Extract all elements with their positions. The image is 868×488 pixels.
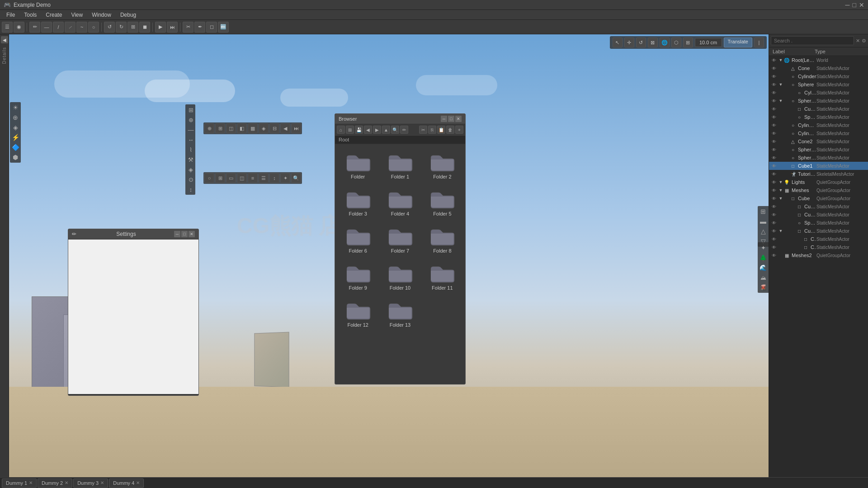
menu-view[interactable]: View <box>66 11 87 19</box>
toolbar-btn-eraser[interactable]: ◻ <box>206 22 217 33</box>
menu-create[interactable]: Create <box>41 11 66 19</box>
eye-icon-cylinder5[interactable]: 👁 <box>771 130 777 136</box>
close-icon[interactable]: ✕ <box>859 1 864 9</box>
eye-icon-cube1[interactable]: 👁 <box>771 163 777 169</box>
folder-item-folder-9[interactable]: Folder 9 <box>339 259 377 292</box>
browser-cut-btn[interactable]: ✂ <box>419 126 427 134</box>
htoolbar-btn-9[interactable]: ⏭ <box>291 123 301 133</box>
outliner-item-cube[interactable]: 👁 ▼ □ Cube QuietGroupActor <box>769 194 868 202</box>
folder-item-folder-5[interactable]: Folder 5 <box>423 185 462 218</box>
outliner-item-sphere6[interactable]: 👁 ○ Sphere6 StaticMeshActor <box>769 113 868 121</box>
toolbar-btn-snap[interactable]: ◼ <box>139 22 150 33</box>
vp-extra-btn[interactable]: | <box>754 38 764 47</box>
settings-minimize[interactable]: ─ <box>174 231 180 237</box>
htoolbar-btn-8[interactable]: ◀ <box>280 123 290 133</box>
toolbar-btn-grid[interactable]: ⊞ <box>127 22 138 33</box>
bottom-tab-2[interactable]: Dummy 2 ✕ <box>38 479 72 488</box>
browser-home-btn[interactable]: ⌂ <box>337 126 345 134</box>
htoolbar2-btn-9[interactable]: 🔍 <box>291 173 301 183</box>
outliner-item-cube59[interactable]: 👁 □ Cube59 StaticMeshActor <box>769 243 868 251</box>
scene-toolbar-btn-6[interactable]: ⬢ <box>11 153 20 162</box>
vp-grid-btn[interactable]: ⊞ <box>683 38 693 47</box>
htoolbar-btn-7[interactable]: ⊟ <box>269 123 279 133</box>
menu-debug[interactable]: Debug <box>116 11 141 19</box>
outliner-item-cube56[interactable]: 👁 □ Cube56 StaticMeshActor <box>769 211 868 219</box>
eye-icon-cube55[interactable]: 👁 <box>771 228 777 234</box>
outliner-item-sphere3[interactable]: 👁 ○ Sphere3 StaticMeshActor <box>769 145 868 154</box>
htoolbar2-btn-7[interactable]: ↕ <box>269 173 279 183</box>
eye-icon-cube[interactable]: 👁 <box>771 195 777 202</box>
eye-icon-meshes[interactable]: 👁 <box>771 187 777 193</box>
rt-btn-2[interactable]: ▬ <box>759 217 768 226</box>
outliner-item-cube62[interactable]: 👁 □ Cube62 StaticMeshActor <box>769 202 868 211</box>
toolbar-btn-redo[interactable]: ↻ <box>116 22 127 33</box>
toolbar-btn-circle[interactable]: ○ <box>88 22 99 33</box>
outliner-item-cylinder5[interactable]: 👁 ○ Cylinder5 StaticMeshActor <box>769 129 868 137</box>
browser-close[interactable]: ✕ <box>455 116 462 122</box>
folder-item-folder[interactable]: Folder <box>339 148 377 181</box>
vp-move-btn[interactable]: ✛ <box>624 38 634 47</box>
toolbar-btn-line[interactable]: — <box>41 22 52 33</box>
eye-icon-meshes2[interactable]: 👁 <box>771 252 777 258</box>
toolbar-btn-paint[interactable]: ✒ <box>194 22 205 33</box>
browser-paste-btn[interactable]: 📋 <box>437 126 445 134</box>
eye-icon-sphere2[interactable]: 👁 <box>771 98 777 104</box>
vp-perspective-btn[interactable]: ⬡ <box>671 38 681 47</box>
browser-search-btn[interactable]: 🔍 <box>391 126 399 134</box>
folder-item-folder-8[interactable]: Folder 8 <box>423 222 462 255</box>
bottom-tab-3[interactable]: Dummy 3 ✕ <box>73 479 108 488</box>
toolbar-btn-play[interactable]: ▶ <box>155 22 166 33</box>
folder-item-folder-7[interactable]: Folder 7 <box>381 222 419 255</box>
outliner-item-sphere[interactable]: 👁 ▼ ○ Sphere StaticMeshActor <box>769 80 868 89</box>
htoolbar-btn-4[interactable]: ◧ <box>237 123 247 133</box>
eye-icon-cube57[interactable]: 👁 <box>771 106 777 112</box>
tab-3-close[interactable]: ✕ <box>100 480 104 485</box>
toolbar-btn-undo[interactable]: ↺ <box>104 22 115 33</box>
htoolbar-btn-3[interactable]: ◫ <box>226 123 236 133</box>
htoolbar2-btn-5[interactable]: ≡ <box>248 173 258 183</box>
menu-file[interactable]: File <box>2 11 19 19</box>
mid-btn-1[interactable]: ⊞ <box>186 105 195 114</box>
browser-forward-btn[interactable]: ▶ <box>373 126 381 134</box>
toolbar-btn-open[interactable]: ◉ <box>14 22 24 33</box>
folder-item-folder-6[interactable]: Folder 6 <box>339 222 377 255</box>
eye-icon-sphere3[interactable]: 👁 <box>771 146 777 153</box>
browser-save-btn[interactable]: 💾 <box>355 126 363 134</box>
browser-grid-btn[interactable]: ⊞ <box>346 126 354 134</box>
mid-btn-7[interactable]: ◈ <box>186 165 195 174</box>
outliner-item-cube57[interactable]: 👁 □ Cube57 StaticMeshActor <box>769 105 868 113</box>
outliner-item-sphere4[interactable]: 👁 ○ Sphere4 StaticMeshActor <box>769 154 868 162</box>
eye-icon-cone2[interactable]: 👁 <box>771 138 777 145</box>
eye-icon-cylinder[interactable]: 👁 <box>771 73 777 80</box>
eye-icon-cylinder3[interactable]: 👁 <box>771 122 777 128</box>
mid-btn-2[interactable]: ⊕ <box>186 115 195 124</box>
search-input[interactable] <box>771 36 854 45</box>
browser-restore[interactable]: □ <box>448 116 454 122</box>
search-clear-icon[interactable]: ✕ <box>856 38 860 44</box>
tab-1-close[interactable]: ✕ <box>29 480 33 485</box>
eye-icon-lights[interactable]: 👁 <box>771 179 777 185</box>
outliner-item-sphere5[interactable]: 👁 ○ Sphere5 StaticMeshActor <box>769 219 868 227</box>
browser-add-btn[interactable]: + <box>455 126 463 134</box>
outliner-item-cylinder[interactable]: 👁 ○ Cylinder StaticMeshActor <box>769 72 868 80</box>
outliner-item-tutorialtpp[interactable]: 👁 🤺 TutorialTPP SkeletalMeshActor <box>769 170 868 178</box>
htoolbar-btn-5[interactable]: ▦ <box>248 123 258 133</box>
outliner-item-cylinder3[interactable]: 👁 ○ Cylinder3 StaticMeshActor <box>769 121 868 129</box>
htoolbar-btn-1[interactable]: ⊕ <box>204 123 214 133</box>
eye-icon-tutorialtpp[interactable]: 👁 <box>771 171 777 177</box>
outliner-item-sphere2[interactable]: 👁 ▼ ○ Sphere2 StaticMeshActor <box>769 97 868 105</box>
eye-icon-sphere[interactable]: 👁 <box>771 81 777 88</box>
expand-icon-lights[interactable]: ▼ <box>778 179 783 185</box>
htoolbar2-btn-3[interactable]: ▭ <box>226 173 236 183</box>
eye-icon-cube60[interactable]: 👁 <box>771 236 777 242</box>
scene-toolbar-btn-2[interactable]: ⊕ <box>11 113 20 122</box>
toolbar-btn-select[interactable]: ✂ <box>183 22 193 33</box>
folder-item-folder-13[interactable]: Folder 13 <box>381 296 419 329</box>
settings-maximize[interactable]: □ <box>181 231 188 237</box>
folder-item-folder-1[interactable]: Folder 1 <box>381 148 419 181</box>
eye-icon-cylinder4[interactable]: 👁 <box>771 89 777 96</box>
vp-scale-btn[interactable]: ⊠ <box>648 38 658 47</box>
minimize-icon[interactable]: ─ <box>845 1 850 9</box>
toolbar-btn-pencil[interactable]: ✏ <box>29 22 40 33</box>
folder-item-folder-3[interactable]: Folder 3 <box>339 185 377 218</box>
